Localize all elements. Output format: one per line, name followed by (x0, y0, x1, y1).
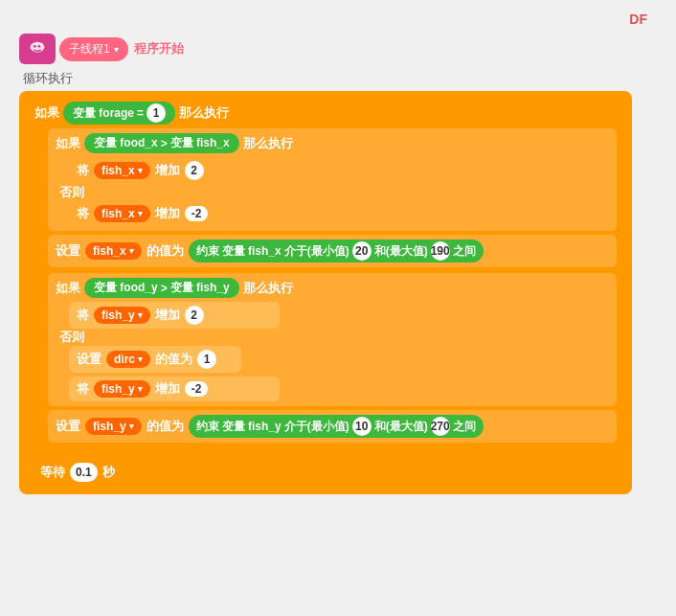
change2-val: -2 (185, 206, 209, 221)
set1-between: 介于(最小值) (284, 243, 349, 260)
if2-row: 如果 变量 food_x > 变量 fish_x 那么执行 (56, 133, 609, 153)
set-dirc-val-label: 的值为 (155, 351, 192, 368)
set1-and: 和(最大值) (374, 243, 428, 260)
set1-end: 之间 (453, 243, 476, 260)
set-dirc-var-label: dirc (114, 353, 135, 366)
if1-var-forage: 变量 forage (73, 105, 134, 122)
svg-point-1 (34, 45, 36, 48)
change1-verb: 将 (77, 162, 89, 179)
set2-verb: 设置 (56, 418, 80, 435)
set-dirc-arrow: ▾ (138, 354, 143, 364)
main-container: 子线程1 ▾ 程序开始 循环执行 如果 变量 forage = 1 那么执行 (19, 34, 651, 494)
if2-if-label: 如果 (56, 135, 80, 152)
set1-inner-var: 变量 fish_x (222, 243, 282, 260)
change4-action: 增加 (155, 380, 180, 398)
set-dirc-block: 设置 dirc ▾ 的值为 1 (69, 346, 609, 373)
change3-action: 增加 (155, 307, 180, 324)
set2-block: 设置 fish_y ▾ 的值为 约束 变量 fish_y 介于(最小值) 10 … (48, 410, 617, 443)
set2-inner-var: 变量 fish_y (222, 419, 282, 435)
if3-then-label: 那么执行 (243, 280, 293, 297)
if1-row: 如果 变量 forage = 1 那么执行 (34, 102, 617, 125)
wait-val: 0.1 (70, 463, 98, 482)
set1-var-label: fish_x (93, 244, 126, 258)
set1-val-label: 的值为 (146, 242, 184, 260)
loop-wrapper: 如果 变量 forage = 1 那么执行 如果 变量 food_x > (19, 91, 632, 494)
if1-then-label: 那么执行 (179, 104, 229, 122)
change1-var-label: fish_x (101, 164, 135, 177)
change4-verb: 将 (77, 380, 89, 398)
wait-verb: 等待 (40, 464, 65, 481)
if3-condition: 变量 food_y > 变量 fish_y (84, 278, 239, 298)
set1-var[interactable]: fish_x ▾ (85, 242, 142, 260)
set2-var-label: fish_y (93, 420, 126, 433)
set-dirc-verb: 设置 (77, 351, 101, 368)
change4-var-label: fish_y (101, 382, 135, 396)
change1-var[interactable]: fish_x ▾ (94, 162, 150, 179)
change1-block: 将 fish_x ▾ 增加 2 (69, 157, 609, 184)
change3-val: 2 (185, 306, 204, 325)
change1-action: 增加 (155, 162, 180, 179)
change2-arrow: ▾ (138, 209, 143, 218)
change3-verb: 将 (77, 307, 89, 324)
change1-val: 2 (185, 161, 204, 180)
if2-var-food-x: 变量 food_x (94, 135, 158, 151)
if2-then-label: 那么执行 (243, 135, 293, 152)
else1-text: 否则 (56, 183, 88, 201)
set1-max: 190 (431, 241, 450, 261)
set2-arrow: ▾ (129, 422, 134, 431)
if3-var-fish-y: 变量 fish_y (170, 280, 230, 296)
if3-gt: > (161, 282, 168, 295)
set-dirc-var[interactable]: dirc ▾ (106, 351, 150, 368)
thread-arrow: ▾ (114, 44, 119, 55)
set2-clamp-text: 约束 (196, 419, 219, 435)
if2-var-fish-x: 变量 fish_x (170, 135, 230, 151)
set2-val-label: 的值为 (146, 418, 184, 435)
wait-block: 等待 0.1 秒 (27, 458, 128, 487)
if1-condition: 变量 forage = 1 (63, 102, 175, 125)
thread-icon (19, 34, 56, 64)
wait-unit: 秒 (102, 464, 115, 481)
if1-val: 1 (146, 103, 166, 123)
set1-arrow: ▾ (129, 246, 134, 256)
else2-label-wrap: 否则 (56, 329, 609, 346)
set-dirc-val: 1 (197, 350, 216, 369)
thread-button[interactable]: 子线程1 ▾ (59, 37, 128, 61)
set1-clamp-text: 约束 (196, 243, 219, 260)
set2-min: 10 (352, 417, 372, 436)
set2-between: 介于(最小值) (284, 419, 349, 435)
else1-label: 否则 (56, 184, 609, 201)
change2-var[interactable]: fish_x ▾ (94, 205, 150, 222)
change3-var-label: fish_y (101, 308, 135, 322)
if3-if-label: 如果 (56, 280, 80, 297)
if2-condition: 变量 food_x > 变量 fish_x (84, 133, 239, 153)
change4-arrow: ▾ (138, 384, 143, 394)
df-label: DF (629, 11, 647, 27)
set2-clamp: 约束 变量 fish_y 介于(最小值) 10 和(最大值) 270 之间 (189, 415, 484, 438)
change2-action: 增加 (155, 205, 180, 222)
if3-row: 如果 变量 food_y > 变量 fish_y 那么执行 (56, 278, 609, 298)
if3-var-food-y: 变量 food_y (94, 280, 158, 296)
set2-end: 之间 (453, 419, 476, 435)
set1-clamp: 约束 变量 fish_x 介于(最小值) 20 和(最大值) 190 之间 (189, 240, 484, 262)
set1-min: 20 (352, 241, 372, 261)
start-label: 程序开始 (134, 40, 184, 57)
svg-point-2 (37, 45, 40, 48)
thread-label: 子线程1 (69, 41, 110, 57)
set1-verb: 设置 (56, 242, 80, 260)
change1-arrow: ▾ (138, 166, 143, 175)
thread-header: 子线程1 ▾ 程序开始 (19, 34, 651, 64)
if1-eq: = (137, 106, 144, 120)
if1-block: 如果 变量 forage = 1 那么执行 如果 变量 food_x > (27, 97, 624, 447)
if3-block: 如果 变量 food_y > 变量 fish_y 那么执行 将 (48, 273, 617, 406)
set2-and: 和(最大值) (374, 419, 428, 435)
else2-text: 否则 (56, 328, 88, 346)
change4-block: 将 fish_y ▾ 增加 -2 (69, 376, 609, 401)
loop-label: 循环执行 (19, 70, 651, 87)
if1-if-label: 如果 (34, 104, 59, 122)
change3-var[interactable]: fish_y ▾ (94, 307, 150, 324)
set2-var[interactable]: fish_y ▾ (85, 418, 142, 435)
change4-val: -2 (185, 381, 209, 397)
if2-block: 如果 变量 food_x > 变量 fish_x 那么执行 将 (48, 128, 617, 231)
change3-block: 将 fish_y ▾ 增加 2 (69, 302, 609, 329)
change4-var[interactable]: fish_y ▾ (94, 380, 150, 398)
